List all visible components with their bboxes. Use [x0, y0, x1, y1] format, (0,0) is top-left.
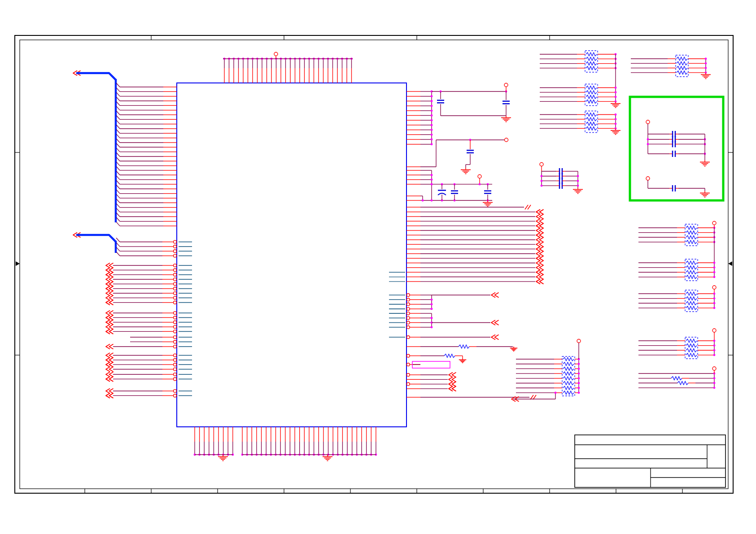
resistor-pack — [577, 51, 598, 72]
ground-symbol — [700, 191, 710, 197]
signal-wires — [638, 341, 677, 355]
ground-symbol — [218, 455, 228, 461]
ic-right-pins — [389, 294, 432, 311]
schematic-canvas — [0, 0, 756, 534]
resistor-pack — [577, 84, 598, 106]
power-port — [712, 221, 716, 225]
ic-right-pins — [406, 91, 432, 144]
signal-wires — [540, 88, 577, 102]
capacitor-row — [648, 131, 705, 137]
ground-symbol — [611, 128, 621, 135]
pack-outputs — [598, 115, 616, 129]
power-port — [478, 175, 481, 178]
ground-symbol — [573, 187, 583, 194]
highlight-box — [630, 97, 723, 200]
ic-left-pins-bus2 — [116, 238, 192, 257]
capacitor-row — [648, 136, 705, 143]
resistor-pack — [668, 55, 688, 77]
signal-wires — [638, 228, 677, 242]
ic-right-pins — [407, 354, 445, 357]
pack-outputs — [598, 54, 616, 68]
power-port — [712, 367, 716, 370]
capacitor — [437, 100, 444, 103]
junction-dot — [431, 200, 433, 202]
signal-wires — [631, 59, 668, 73]
pin-name-lines — [389, 272, 405, 282]
resistor-pack — [677, 224, 698, 246]
power-port — [504, 83, 508, 87]
junction-dots — [431, 299, 433, 310]
ground-symbol — [461, 168, 471, 174]
junction-dots — [577, 175, 579, 187]
power-port — [577, 339, 581, 343]
capacitor-row — [648, 141, 705, 147]
offpage-chevron — [491, 293, 499, 298]
power-port — [505, 138, 508, 142]
ic-right-pins — [389, 312, 432, 329]
junction-dot — [422, 200, 424, 202]
resistor — [671, 377, 682, 380]
junction-dot — [431, 183, 433, 186]
signal-wires — [540, 54, 577, 68]
border-ticks-right — [728, 152, 733, 355]
border-ticks-top — [151, 35, 550, 40]
resistor-pack — [677, 259, 698, 281]
power-port — [274, 52, 278, 56]
schematic-page — [0, 0, 756, 534]
capacitor — [503, 101, 510, 104]
ic-bottom-pins-a — [194, 427, 234, 456]
polarized-capacitor — [438, 191, 446, 195]
pack-outputs — [698, 228, 714, 242]
pack-outputs — [698, 263, 714, 277]
ic-body — [177, 83, 406, 427]
ground-symbol — [510, 347, 518, 351]
capacitor — [484, 191, 491, 194]
resistor — [444, 354, 455, 358]
ic-top-pins — [223, 58, 353, 83]
offpage-chevron — [491, 335, 499, 340]
ic-left-pins — [106, 353, 192, 372]
ic-right-pins — [406, 170, 432, 184]
pack-outputs — [698, 294, 714, 308]
ground-symbol — [700, 160, 710, 166]
resistor-pack — [677, 290, 698, 312]
capacitor — [451, 191, 458, 194]
ic-left-pins — [106, 389, 192, 398]
junction-dot — [479, 183, 481, 186]
sheet-inner-border — [20, 40, 728, 489]
capacitor-row — [648, 151, 705, 157]
resistor — [677, 381, 688, 385]
ground-symbol — [701, 73, 711, 79]
resistor-pack — [577, 111, 598, 133]
signal-wires — [638, 294, 677, 308]
resistor-pack — [677, 337, 698, 359]
border-ticks-left — [15, 152, 20, 355]
resistor-pack — [554, 356, 579, 396]
offpage-chevron — [491, 320, 499, 325]
power-port — [712, 286, 716, 289]
ic-right-pins-bundle — [406, 209, 544, 284]
power-port — [540, 163, 543, 166]
signal-bus — [76, 73, 116, 80]
ic-bottom-pins-b — [241, 427, 377, 456]
ic-left-pins — [106, 311, 192, 334]
capacitor-row — [542, 182, 578, 189]
pack-outputs — [688, 59, 706, 73]
ground-symbol — [323, 455, 332, 461]
signal-wires — [638, 263, 677, 277]
no-connect-slash — [525, 205, 531, 209]
ic-right-pins — [389, 336, 490, 339]
signal-wires — [516, 359, 554, 393]
ic-left-pins — [106, 263, 192, 305]
ic-left-pins — [130, 336, 192, 343]
ic-left-pins — [106, 372, 192, 382]
capacitor — [467, 150, 474, 153]
power-port — [712, 329, 716, 332]
ground-symbol — [483, 200, 493, 207]
capacitor-row — [648, 185, 705, 191]
ic-left-pins-bus1 — [116, 83, 177, 226]
border-arrow-right — [728, 261, 732, 266]
ic-right-pins — [407, 363, 421, 366]
sheet-outer-border — [15, 35, 733, 493]
ic-left-pins — [106, 344, 192, 349]
